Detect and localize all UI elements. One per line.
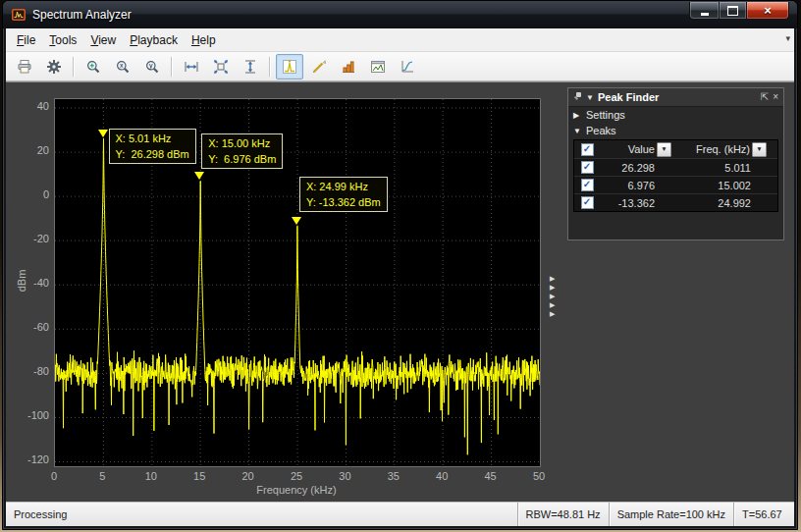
x-tick-label: 15 xyxy=(187,470,212,482)
peak-row: ✓-13.36224.992 xyxy=(574,193,777,211)
check-icon: ✓ xyxy=(583,162,591,172)
y-tick-label: 40 xyxy=(6,100,49,112)
y-tick-label: -80 xyxy=(6,365,49,377)
minimize-button[interactable] xyxy=(689,2,720,20)
status-message: Processing xyxy=(6,503,517,526)
peaks-table-body: ✓26.2985.011✓6.97615.002✓-13.36224.992 xyxy=(574,158,777,211)
dock-icon[interactable]: ⇱ xyxy=(761,92,769,102)
panel-close-icon[interactable]: × xyxy=(773,92,778,102)
peak-row-checkbox[interactable]: ✓ xyxy=(581,179,594,191)
check-icon: ✓ xyxy=(583,144,591,154)
peaks-section-toggle[interactable]: ▼ Peaks xyxy=(568,123,783,138)
check-icon: ✓ xyxy=(583,197,591,207)
panel-expander-arrow[interactable]: ▶ xyxy=(550,310,555,318)
toolbar-zoom-in-button[interactable] xyxy=(80,54,107,80)
peak-row: ✓6.97615.002 xyxy=(574,176,777,193)
x-tick-label: 30 xyxy=(332,470,357,482)
panel-expander-arrow[interactable]: ▶ xyxy=(550,301,555,309)
x-tick-label: 10 xyxy=(138,470,164,482)
spectrum-trace xyxy=(55,99,540,466)
status-sample-rate: Sample Rate=100 kHz xyxy=(609,503,733,526)
pin-icon[interactable] xyxy=(573,92,582,102)
select-all-checkbox[interactable]: ✓ xyxy=(581,143,594,156)
menu-item-view[interactable]: View xyxy=(83,30,123,50)
toolbar-separator xyxy=(73,57,75,77)
toolbar-zoom-y-button[interactable]: y xyxy=(138,54,166,80)
toolbar-ccdf-measurements-button[interactable] xyxy=(335,54,362,80)
menu-items: FileToolsViewPlaybackHelp xyxy=(10,30,223,50)
toolbar-scale-y-button[interactable] xyxy=(237,54,264,80)
dropdown-arrow-icon: ▼ xyxy=(661,146,667,153)
freq-column-dropdown[interactable]: ▼ xyxy=(752,142,767,157)
toolbar-scale-x-button[interactable] xyxy=(178,54,205,80)
y-tick-label: -40 xyxy=(6,277,49,289)
peaks-table: ✓ Value ▼ Freq. (kHz) ▼ ✓26.2985.011✓6.9… xyxy=(573,139,778,212)
x-tick-label: 40 xyxy=(429,470,454,482)
toolbar-spectral-mask-button[interactable] xyxy=(364,54,392,80)
client-area: FileToolsViewPlaybackHelp ▾ x y xyxy=(6,28,794,526)
menubar: FileToolsViewPlaybackHelp ▾ xyxy=(6,28,794,52)
panel-expander-arrow[interactable]: ▶ xyxy=(550,284,555,292)
expanded-arrow-icon: ▼ xyxy=(573,127,581,135)
panel-collapse-icon[interactable]: ▼ xyxy=(586,93,594,102)
x-tick-label: 0 xyxy=(41,470,67,482)
peak-row-checkbox[interactable]: ✓ xyxy=(581,196,594,209)
toolbar-zoom-x-button[interactable]: x xyxy=(109,54,136,80)
toolbar-print-button[interactable] xyxy=(11,54,38,80)
panel-expander-arrow[interactable]: ▶ xyxy=(550,275,555,283)
statusbar: Processing RBW=48.81 Hz Sample Rate=100 … xyxy=(6,502,794,526)
minimize-icon xyxy=(701,13,709,16)
y-tick-label: -100 xyxy=(6,409,49,421)
settings-section-toggle[interactable]: ▶ Settings xyxy=(568,107,783,123)
y-tick-label: -60 xyxy=(6,321,49,333)
status-rbw: RBW=48.81 Hz xyxy=(517,503,609,526)
collapsed-panel-expander[interactable]: ▶▶▶▶▶ xyxy=(550,275,555,318)
close-button[interactable]: × xyxy=(746,2,789,20)
peak-freq: 5.011 xyxy=(655,162,777,174)
peak-finder-header[interactable]: ▼ Peak Finder ⇱ × xyxy=(568,88,783,107)
toolbar: x y xyxy=(6,52,794,81)
peak-finder-panel: ▼ Peak Finder ⇱ × ▶ Settings ▼ Peaks ✓ V… xyxy=(567,87,784,240)
titlebar[interactable]: Spectrum Analyzer × xyxy=(3,1,797,28)
peak-row: ✓26.2985.011 xyxy=(574,158,777,176)
x-tick-label: 35 xyxy=(381,470,406,482)
peaks-table-header: ✓ Value ▼ Freq. (kHz) ▼ xyxy=(574,140,777,158)
menu-item-tools[interactable]: Tools xyxy=(42,30,83,50)
maximize-button[interactable] xyxy=(720,2,746,20)
toolbar-channel-measurements-button[interactable] xyxy=(394,54,421,80)
y-tick-label: 20 xyxy=(6,144,49,156)
status-time: T=56.67 xyxy=(733,503,794,526)
x-tick-label: 5 xyxy=(89,470,115,482)
figure-area: dBm Frequency (kHz) 40200-20-40-60-80-10… xyxy=(6,81,794,502)
toolbar-fit-to-view-button[interactable] xyxy=(207,54,235,80)
toolbar-distortion-measurements-button[interactable] xyxy=(305,54,333,80)
spectrum-plot[interactable] xyxy=(54,98,541,467)
panel-expander-arrow[interactable]: ▶ xyxy=(550,293,555,300)
toolbar-peak-finder-button[interactable] xyxy=(276,54,303,80)
menu-item-playback[interactable]: Playback xyxy=(123,30,185,50)
dropdown-arrow-icon: ▼ xyxy=(756,146,762,153)
peak-value: 26.298 xyxy=(600,162,655,174)
app-icon xyxy=(11,7,27,23)
y-tick-label: -20 xyxy=(6,233,49,244)
toolbar-separator xyxy=(171,57,173,77)
svg-text:y: y xyxy=(149,62,153,70)
value-column-dropdown[interactable]: ▼ xyxy=(657,142,671,157)
peaks-label: Peaks xyxy=(586,125,616,136)
toolbar-spectrum-settings-button[interactable] xyxy=(40,54,68,80)
menu-item-help[interactable]: Help xyxy=(185,30,223,50)
x-tick-label: 45 xyxy=(478,470,504,482)
peak-row-checkbox[interactable]: ✓ xyxy=(581,161,594,174)
column-header-value: Value xyxy=(600,143,655,155)
svg-text:x: x xyxy=(120,62,124,69)
x-tick-label: 50 xyxy=(526,470,552,482)
maximize-icon xyxy=(727,6,738,16)
menu-item-file[interactable]: File xyxy=(10,30,42,50)
collapsed-arrow-icon: ▶ xyxy=(573,111,581,120)
menu-overflow-icon[interactable]: ▾ xyxy=(785,33,790,43)
peak-value: -13.362 xyxy=(600,197,655,209)
peak-freq: 15.002 xyxy=(655,180,777,191)
x-tick-label: 25 xyxy=(284,470,309,482)
x-tick-label: 20 xyxy=(236,470,261,482)
peak-freq: 24.992 xyxy=(655,197,777,209)
